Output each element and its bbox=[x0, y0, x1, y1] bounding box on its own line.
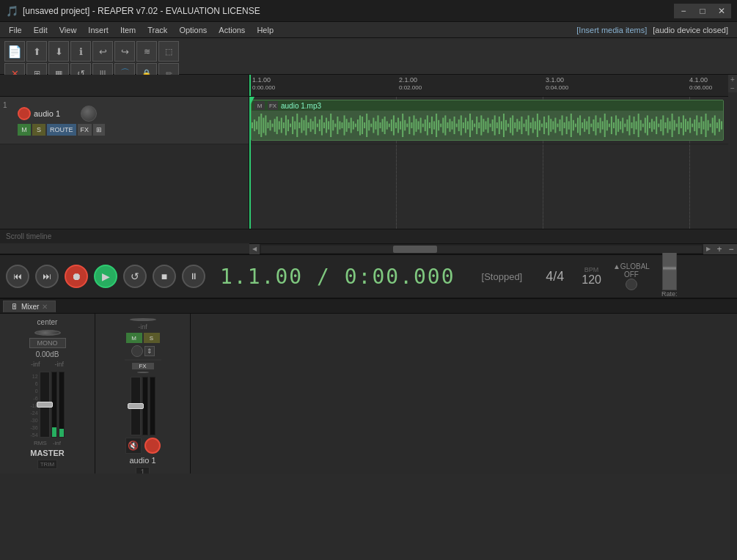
ch-eq-button[interactable] bbox=[131, 345, 143, 357]
svg-rect-191 bbox=[681, 122, 682, 128]
window-title: [unsaved project] - REAPER v7.02 - EVALU… bbox=[23, 6, 674, 16]
master-fader-thumb[interactable] bbox=[37, 402, 53, 408]
svg-rect-75 bbox=[420, 118, 422, 133]
mono-button[interactable]: MONO bbox=[29, 338, 66, 348]
track-name-input[interactable] bbox=[34, 109, 78, 118]
svg-rect-34 bbox=[328, 121, 329, 129]
record-arm-button[interactable] bbox=[18, 107, 31, 120]
ch-eq-btns: ⇕ bbox=[131, 345, 155, 357]
ch-rec-button[interactable] bbox=[144, 438, 161, 454]
mute-button[interactable]: M bbox=[18, 124, 31, 136]
mixer-tab-close[interactable]: ✕ bbox=[42, 303, 48, 311]
hscroll-track[interactable] bbox=[261, 246, 702, 253]
svg-rect-105 bbox=[488, 118, 489, 133]
svg-rect-165 bbox=[622, 118, 623, 133]
pause-button[interactable]: ⏸ bbox=[182, 265, 205, 288]
close-button[interactable]: ✕ bbox=[712, 4, 731, 18]
zoom-minus-button[interactable]: − bbox=[725, 244, 737, 254]
master-bottom: RMS -inf bbox=[34, 440, 61, 446]
svg-rect-118 bbox=[516, 119, 518, 132]
arrange-content[interactable]: M FX audio 1.mp3 bbox=[249, 97, 728, 229]
ripple-button[interactable]: ≋ bbox=[136, 41, 157, 62]
global-button[interactable] bbox=[626, 279, 637, 290]
ch-io-button[interactable] bbox=[137, 372, 149, 373]
clip-fx-button[interactable]: FX bbox=[268, 101, 278, 110]
audio-clip[interactable]: M FX audio 1.mp3 bbox=[251, 100, 724, 141]
zoom-plus-button[interactable]: + bbox=[714, 244, 725, 254]
inf-left: -inf bbox=[31, 361, 40, 368]
hscroll-left-button[interactable]: ◀ bbox=[249, 244, 260, 254]
menu-item[interactable]: Item bbox=[114, 24, 142, 36]
hscroll-right-button[interactable]: ▶ bbox=[703, 244, 714, 254]
volume-knob[interactable] bbox=[81, 106, 97, 122]
arrange-area[interactable]: 1.1.000:00.000 2.1.000:02.000 3.1.000:04… bbox=[249, 75, 728, 229]
inf-right: -inf bbox=[55, 361, 65, 368]
ch-fader-thumb[interactable] bbox=[128, 403, 144, 409]
arrange-right-panel: + − bbox=[728, 75, 737, 229]
svg-rect-160 bbox=[611, 117, 612, 134]
info-button[interactable]: ℹ bbox=[70, 41, 91, 62]
route-button[interactable]: ROUTE bbox=[47, 124, 76, 136]
speaker-button[interactable]: 🔇 bbox=[125, 438, 142, 454]
svg-rect-198 bbox=[696, 115, 697, 135]
svg-rect-50 bbox=[364, 122, 365, 128]
menu-options[interactable]: Options bbox=[173, 24, 213, 36]
svg-rect-73 bbox=[416, 119, 417, 132]
save-button[interactable]: ⬇ bbox=[48, 41, 69, 62]
global-label: ▲GLOBAL bbox=[613, 262, 650, 270]
svg-rect-3 bbox=[258, 117, 260, 134]
open-button[interactable]: ⬆ bbox=[26, 41, 47, 62]
menu-help[interactable]: Help bbox=[251, 24, 279, 36]
minimize-button[interactable]: − bbox=[674, 4, 693, 18]
svg-rect-206 bbox=[714, 115, 716, 135]
solo-button[interactable]: S bbox=[32, 124, 45, 136]
redo-button[interactable]: ↪ bbox=[114, 41, 135, 62]
ch-solo-button[interactable]: S bbox=[144, 333, 160, 343]
trim-button[interactable]: TRIM bbox=[37, 460, 58, 469]
rate-knob[interactable] bbox=[662, 246, 677, 290]
menu-view[interactable]: View bbox=[54, 24, 83, 36]
channel-pan-knob[interactable] bbox=[130, 318, 156, 321]
svg-rect-49 bbox=[362, 117, 363, 134]
svg-rect-174 bbox=[642, 124, 644, 128]
svg-rect-21 bbox=[298, 122, 300, 128]
master-fader[interactable] bbox=[40, 372, 50, 438]
ch-expand-button[interactable]: ⇕ bbox=[144, 346, 155, 356]
menu-actions[interactable]: Actions bbox=[213, 24, 251, 36]
new-file-button[interactable]: 📄 bbox=[4, 41, 25, 62]
menu-insert[interactable]: Insert bbox=[82, 24, 114, 36]
zoom-out-v-button[interactable]: − bbox=[728, 84, 737, 92]
ch-fx-button[interactable]: FX bbox=[132, 363, 154, 369]
menu-edit[interactable]: Edit bbox=[28, 24, 54, 36]
record-button[interactable]: ⏺ bbox=[65, 265, 88, 288]
undo-button[interactable]: ↩ bbox=[92, 41, 113, 62]
maximize-button[interactable]: □ bbox=[693, 4, 712, 18]
ch-fader[interactable] bbox=[131, 377, 141, 435]
svg-rect-19 bbox=[294, 121, 296, 129]
hscroll-thumb[interactable] bbox=[393, 246, 437, 253]
svg-rect-57 bbox=[380, 122, 381, 128]
svg-rect-152 bbox=[593, 119, 594, 131]
menu-track[interactable]: Track bbox=[142, 24, 173, 36]
svg-rect-89 bbox=[452, 121, 453, 129]
svg-rect-52 bbox=[368, 120, 370, 130]
stop-button[interactable]: ■ bbox=[153, 265, 176, 288]
svg-rect-132 bbox=[548, 115, 549, 135]
fx-button[interactable]: FX bbox=[78, 124, 92, 136]
play-button[interactable]: ▶ bbox=[94, 265, 117, 288]
mixer-tab[interactable]: 🎚 Mixer ✕ bbox=[3, 301, 56, 312]
back-button[interactable]: ⏭ bbox=[35, 265, 59, 288]
loop-button[interactable]: ↺ bbox=[123, 265, 147, 288]
zoom-in-v-button[interactable]: + bbox=[728, 75, 737, 84]
audio-channel: -inf M S ⇕ FX bbox=[95, 314, 191, 474]
pan-knob[interactable] bbox=[34, 330, 61, 336]
hscroll-bar[interactable]: ◀ ▶ + − bbox=[249, 243, 737, 254]
ch-mute-button[interactable]: M bbox=[126, 333, 142, 343]
io-button[interactable]: ⊞ bbox=[93, 124, 105, 136]
marquee-button[interactable]: ⬚ bbox=[158, 41, 179, 62]
svg-rect-30 bbox=[319, 119, 320, 131]
goto-start-button[interactable]: ⏮ bbox=[6, 265, 29, 288]
svg-rect-113 bbox=[505, 120, 507, 130]
clip-mute-button[interactable]: M bbox=[254, 101, 265, 110]
menu-file[interactable]: File bbox=[3, 24, 28, 36]
